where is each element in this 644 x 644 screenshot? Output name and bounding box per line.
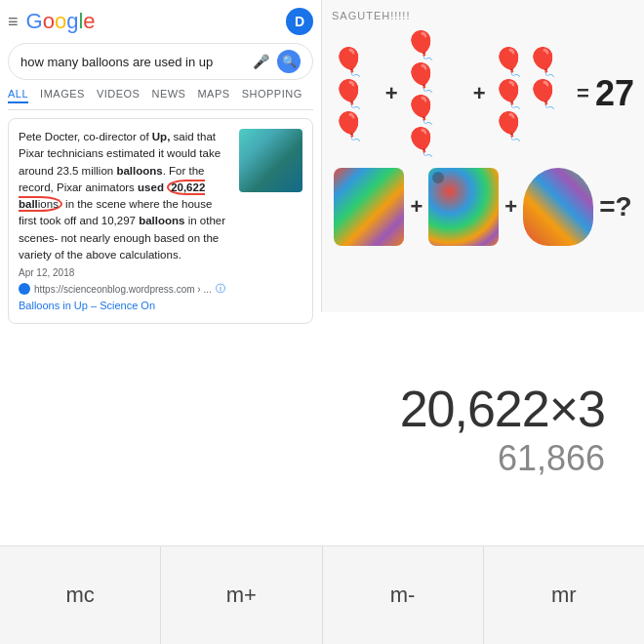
calc-result: 61,866 xyxy=(498,438,605,479)
search-navigation: ALL IMAGES VIDEOS NEWS MAPS SHOPPING xyxy=(8,88,313,110)
equals-question-mark: =? xyxy=(599,191,631,222)
plus-icon-2: + xyxy=(473,81,486,106)
balloon-equation-bottom: + + =? xyxy=(332,168,634,246)
google-avatar[interactable]: D xyxy=(286,8,313,35)
result-source-url: https://scienceonblog.wordpress.com › ..… xyxy=(34,284,212,295)
search-nav-all[interactable]: ALL xyxy=(8,88,28,103)
calculator-button-row: mc m+ m- mr xyxy=(0,546,644,644)
plus-icon-1: + xyxy=(385,81,398,106)
plus-cluster-1: + xyxy=(410,194,423,220)
balloon-emoji-3: 🎈🎈🎈🎈🎈 xyxy=(492,46,571,142)
balloon-cluster-2 xyxy=(428,168,499,246)
plus-cluster-2: + xyxy=(504,194,517,220)
balloon-equation-top: 🎈🎈🎈 + 🎈🎈🎈🎈 + 🎈🎈🎈🎈🎈 = 27 xyxy=(332,29,634,158)
result-body: Pete Docter, co-director of Up, said tha… xyxy=(19,129,231,313)
calc-expression: 20,622×3 xyxy=(400,380,605,438)
balloon-cluster-1 xyxy=(334,168,404,246)
search-nav-news[interactable]: NEWS xyxy=(151,88,185,103)
result-info-icon[interactable]: ⓘ xyxy=(216,282,225,296)
result-date: Apr 12, 2018 xyxy=(19,267,231,278)
search-magnifier-icon: 🔍 xyxy=(282,55,297,68)
calc-btn-mr[interactable]: mr xyxy=(484,546,644,644)
calc-btn-mc[interactable]: mc xyxy=(0,546,161,644)
equals-icon-1: = xyxy=(577,81,589,106)
meme-panel: SAGUTEH!!!!! 🎈🎈🎈 + 🎈🎈🎈🎈 + 🎈🎈🎈🎈🎈 = 27 + + xyxy=(322,0,644,312)
calc-btn-m-plus[interactable]: m+ xyxy=(161,546,322,644)
equation-result: 27 xyxy=(595,73,634,114)
google-search-panel: ≡ Google D how many balloons are used in… xyxy=(0,0,322,312)
search-nav-videos[interactable]: VIDEOS xyxy=(97,88,141,103)
calculator-display: 20,622×3 61,866 xyxy=(0,312,644,546)
result-source-link[interactable]: Balloons in Up – Science On xyxy=(19,300,155,311)
saguteh-label: SAGUTEH!!!!! xyxy=(332,10,410,21)
result-description: Pete Docter, co-director of Up, said tha… xyxy=(19,129,231,263)
search-mic-icon[interactable]: 🎤 xyxy=(253,54,269,69)
search-result-card: Pete Docter, co-director of Up, said tha… xyxy=(8,118,313,324)
source-icon xyxy=(19,283,30,295)
google-header: ≡ Google D xyxy=(8,8,313,35)
search-nav-shopping[interactable]: SHOPPING xyxy=(242,88,302,103)
hamburger-icon[interactable]: ≡ xyxy=(8,12,19,32)
search-query-text: how many balloons are used in up xyxy=(20,55,245,69)
balloon-cluster-3 xyxy=(523,168,593,246)
google-logo: Google xyxy=(26,9,96,34)
search-nav-images[interactable]: IMAGES xyxy=(40,88,85,103)
search-nav-maps[interactable]: MAPS xyxy=(197,88,229,103)
calc-btn-m-minus[interactable]: m- xyxy=(323,546,484,644)
search-bar[interactable]: how many balloons are used in up 🎤 🔍 xyxy=(8,43,313,80)
search-submit-button[interactable]: 🔍 xyxy=(277,50,301,73)
balloon-emoji-1: 🎈🎈🎈 xyxy=(332,46,380,142)
balloon-emoji-2: 🎈🎈🎈🎈 xyxy=(404,29,467,158)
result-source: https://scienceonblog.wordpress.com › ..… xyxy=(19,282,231,296)
result-thumbnail xyxy=(239,129,302,192)
